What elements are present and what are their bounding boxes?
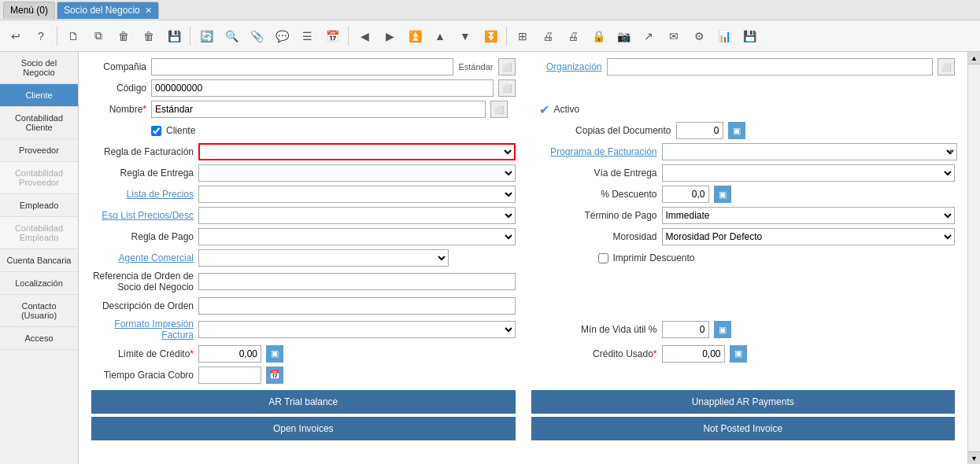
print-btn1[interactable]: 🖨 <box>537 25 559 47</box>
min-vida-util-input[interactable] <box>662 321 709 338</box>
unapplied-btn[interactable]: Unapplied AR Payments <box>531 390 956 414</box>
credito-usado-calc-btn[interactable]: ▣ <box>730 345 747 363</box>
scroll-up-btn[interactable]: ▲ <box>968 52 980 64</box>
note-btn[interactable]: 💬 <box>271 25 293 47</box>
org-picker-btn[interactable]: ⬜ <box>937 58 955 75</box>
morosidad-select[interactable]: Morosidad Por Defecto <box>662 228 956 245</box>
lista-precios-select[interactable] <box>198 186 516 203</box>
organizacion-label[interactable]: Organización <box>531 61 602 72</box>
search-btn[interactable]: 🔍 <box>220 25 242 47</box>
arrow-btn[interactable]: ↗ <box>638 25 660 47</box>
sep3 <box>348 27 349 46</box>
not-posted-btn[interactable]: Not Posted Invoice <box>531 417 956 440</box>
scrollbar[interactable]: ▲ ▼ <box>967 52 980 464</box>
cliente-label: Cliente <box>166 125 195 136</box>
termino-pago-select[interactable]: Immediate <box>662 207 956 224</box>
sidebar-item-cuenta[interactable]: Cuenta Bancaria <box>0 249 78 272</box>
scroll-down-btn[interactable]: ▼ <box>968 451 980 464</box>
regla-pago-select[interactable] <box>198 228 516 245</box>
delete-btn2[interactable]: 🗑 <box>138 25 160 47</box>
help-btn[interactable]: ? <box>30 25 52 47</box>
programa-facturacion-select[interactable] <box>662 143 958 160</box>
programa-facturacion-label[interactable]: Programa de Facturación <box>531 146 657 157</box>
copias-calc-btn[interactable]: ▣ <box>728 122 745 139</box>
formato-impresion-label[interactable]: Formato Impresión Factura <box>91 319 194 341</box>
agente-comercial-select[interactable] <box>198 249 449 267</box>
codigo-input[interactable] <box>151 79 494 97</box>
cliente-checkbox[interactable] <box>151 126 161 136</box>
export-btn[interactable]: 💾 <box>738 25 760 47</box>
sidebar-item-empleado[interactable]: Empleado <box>0 194 78 217</box>
sidebar-item-cliente[interactable]: Cliente <box>0 84 78 107</box>
sidebar-item-socio[interactable]: Socio del Negocio <box>0 52 78 84</box>
via-entrega-label: Vía de Entrega <box>531 168 657 179</box>
first-btn[interactable]: ⏫ <box>404 25 426 47</box>
next-btn[interactable]: ▶ <box>379 25 401 47</box>
sidebar-item-contab-cliente[interactable]: Contabilidad Cliente <box>0 107 78 139</box>
descuento-label: % Descuento <box>531 189 657 200</box>
ar-trial-btn[interactable]: AR Trial balance <box>91 390 516 414</box>
tab-close-icon[interactable]: ✕ <box>145 6 152 16</box>
copy-btn[interactable]: ⧉ <box>87 25 109 47</box>
send-btn[interactable]: ✉ <box>663 25 685 47</box>
refresh-btn[interactable]: 🔄 <box>195 25 217 47</box>
cal-btn[interactable]: 📅 <box>321 25 343 47</box>
regla-entrega-label: Regla de Entrega <box>91 168 194 179</box>
codigo-picker-btn[interactable]: ⬜ <box>498 79 516 97</box>
back-btn[interactable]: ↩ <box>5 25 27 47</box>
settings-btn[interactable]: ⚙ <box>688 25 710 47</box>
min-vida-calc-btn[interactable]: ▣ <box>714 321 731 338</box>
doc-btn[interactable]: ☰ <box>296 25 318 47</box>
credito-usado-input[interactable] <box>662 345 725 363</box>
chart-btn[interactable]: 📊 <box>713 25 735 47</box>
scroll-track <box>968 64 980 451</box>
tab-socio[interactable]: Socio del Negocio ✕ <box>57 2 159 19</box>
nombre-input[interactable] <box>151 101 486 118</box>
regla-entrega-select[interactable] <box>198 164 516 182</box>
delete-btn1[interactable]: 🗑 <box>113 25 135 47</box>
attach-btn[interactable]: 📎 <box>246 25 268 47</box>
sidebar-item-proveedor[interactable]: Proveedor <box>0 139 78 162</box>
formato-impresion-select[interactable] <box>198 321 516 338</box>
descuento-calc-btn[interactable]: ▣ <box>714 186 731 203</box>
tab-menu[interactable]: Menú (0) <box>3 2 55 19</box>
sidebar-item-localizacion[interactable]: Localización <box>0 272 78 295</box>
open-invoices-btn[interactable]: Open Invoices <box>91 417 516 440</box>
lock-btn[interactable]: 🔒 <box>587 25 609 47</box>
descripcion-orden-input[interactable] <box>198 297 516 315</box>
lista-precios-label[interactable]: Lista de Precios <box>91 189 194 200</box>
last-btn[interactable]: ⏬ <box>479 25 501 47</box>
compania-input[interactable] <box>151 58 453 75</box>
copias-input[interactable] <box>676 122 723 139</box>
compania-picker-btn[interactable]: ⬜ <box>498 58 516 75</box>
referencia-orden-input[interactable] <box>198 273 516 290</box>
descuento-input[interactable] <box>662 186 709 203</box>
sidebar-item-contacto[interactable]: Contacto (Usuario) <box>0 295 78 327</box>
copias-label: Copias del Documento <box>561 125 671 136</box>
grid-btn[interactable]: ⊞ <box>512 25 534 47</box>
down-btn[interactable]: ▼ <box>454 25 476 47</box>
organizacion-input[interactable] <box>607 58 934 75</box>
up-btn[interactable]: ▲ <box>429 25 451 47</box>
credito-usado-label: Crédito Usado* <box>531 348 657 359</box>
limite-credito-calc-btn[interactable]: ▣ <box>266 345 283 363</box>
esq-list-select[interactable] <box>198 207 516 224</box>
via-entrega-select[interactable] <box>662 164 956 182</box>
cam-btn[interactable]: 📷 <box>612 25 634 47</box>
new-btn[interactable]: 🗋 <box>62 25 84 47</box>
activo-label: Activo <box>554 104 580 115</box>
agente-comercial-label[interactable]: Agente Comercial <box>91 252 194 263</box>
content-area: Compañia Estándar ⬜ Organización ⬜ Códig… <box>79 52 967 464</box>
print-btn2[interactable]: 🖨 <box>562 25 584 47</box>
imprimir-descuento-checkbox[interactable] <box>598 253 608 263</box>
tiempo-gracia-cal-btn[interactable]: 📅 <box>266 366 283 384</box>
regla-facturacion-select[interactable] <box>198 143 516 160</box>
save-btn[interactable]: 💾 <box>163 25 185 47</box>
nombre-picker-btn[interactable]: ⬜ <box>490 101 508 118</box>
descripcion-orden-label: Descripción de Orden <box>91 300 194 311</box>
limite-credito-input[interactable] <box>198 345 261 363</box>
prev-btn[interactable]: ◀ <box>353 25 375 47</box>
esq-list-label[interactable]: Esq List Precios/Desc <box>91 210 194 221</box>
sidebar-item-acceso[interactable]: Acceso <box>0 327 78 350</box>
tiempo-gracia-input[interactable] <box>198 366 261 384</box>
